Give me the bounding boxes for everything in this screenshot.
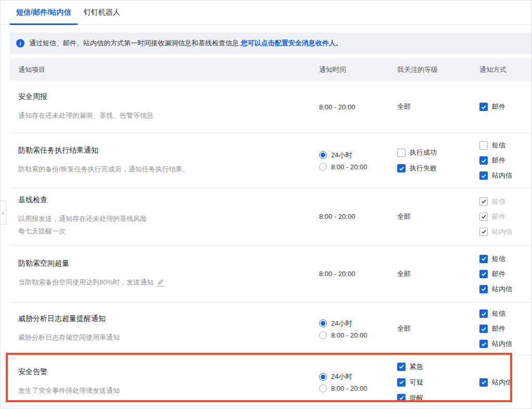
row-method-cell: 站内信	[471, 355, 531, 409]
row-item-cell: 防勒索任务执行结果通知防勒索的备份/恢复任务执行完成后，通知任务执行结果。	[10, 133, 311, 188]
tab-sms-email-message[interactable]: 短信/邮件/站内信	[10, 1, 78, 25]
info-icon: i	[16, 39, 24, 47]
checkbox-option: 邮件	[479, 102, 531, 111]
method-checkbox-group: 短信邮件站内信	[479, 194, 531, 239]
checkbox-label: 站内信	[492, 171, 512, 180]
checkbox-option: 邮件	[479, 156, 531, 165]
radio-option: 8:00 - 20:00	[319, 385, 389, 392]
checkbox[interactable]	[397, 148, 406, 157]
radio-button[interactable]	[319, 331, 327, 339]
checkbox[interactable]	[397, 164, 406, 172]
radio-dot	[321, 153, 325, 157]
checkbox[interactable]	[479, 340, 488, 348]
row-time-cell: 24小时8:00 - 20:00	[311, 303, 389, 355]
row-description-text: 当防勒索备份空间使用达到80%时，发送通知	[18, 276, 154, 289]
checkbox-label: 短信	[492, 309, 505, 318]
row-item-cell: 安全周报通知存在还未处理的漏洞、基线、告警等信息	[10, 81, 311, 133]
checkbox[interactable]	[479, 171, 488, 180]
checkbox[interactable]	[479, 255, 488, 263]
radio-label: 8:00 - 20:00	[331, 385, 367, 392]
configure-recipients-link[interactable]: 您可以点击配置安全消息收件人。	[241, 39, 343, 48]
row-description: 每七天提醒一次	[18, 225, 311, 238]
radio-option: 24小时	[319, 151, 389, 160]
row-title: 防勒索空间超量	[18, 259, 311, 268]
tab-bar: 短信/邮件/站内信 钉钉机器人	[1, 1, 531, 25]
level-text: 全部	[397, 102, 471, 111]
radio-button[interactable]	[319, 151, 327, 159]
checkbox-option: 可疑	[397, 378, 471, 387]
radio-dot	[321, 321, 325, 326]
checkbox[interactable]	[397, 363, 406, 371]
checkbox-option: 站内信	[479, 227, 531, 237]
radio-button[interactable]	[319, 163, 327, 171]
row-method-cell: 短信邮件站内信	[471, 188, 531, 245]
row-time-cell: 8:00 - 20:00	[311, 81, 389, 133]
chevron-left-icon: ‹	[2, 209, 4, 217]
checkbox-label: 短信	[492, 141, 505, 150]
row-title: 安全告警	[18, 367, 311, 377]
info-banner: i 通过短信、邮件、站内信的方式第一时间接收漏洞信息和基线检查信息.您可以点击配…	[10, 32, 531, 54]
tab-dingtalk-robot[interactable]: 钉钉机器人	[78, 1, 126, 25]
checkbox-label: 执行失败	[410, 164, 437, 173]
time-radio-group: 24小时8:00 - 20:00	[319, 317, 389, 341]
checkbox[interactable]	[479, 270, 488, 278]
row-item-cell: 安全告警发生了安全事件待处理便发送通知	[10, 355, 311, 409]
row-level-cell: 全部	[389, 303, 471, 355]
checkbox[interactable]	[479, 197, 488, 206]
radio-option: 24小时	[319, 319, 389, 328]
checkbox-label: 短信	[492, 254, 505, 264]
method-checkbox-group: 站内信	[479, 375, 531, 390]
table-row: 威胁分析日志超量提醒通知威胁分析日志存储空间使用率通知24小时8:00 - 20…	[10, 303, 531, 355]
row-description-text: 以周报发送，通知存在还未处理的基线风险	[18, 213, 147, 225]
row-method-cell: 短信邮件站内信	[471, 133, 531, 188]
checkbox[interactable]	[479, 228, 488, 236]
row-time-cell: 24小时8:00 - 20:00	[311, 355, 389, 409]
level-checkbox-group: 紧急可疑提醒	[397, 359, 471, 406]
checkbox[interactable]	[479, 378, 488, 387]
checkbox-option: 紧急	[397, 362, 471, 371]
method-checkbox-group: 短信邮件站内信	[479, 138, 531, 183]
row-description-text: 通知存在还未处理的漏洞、基线、告警等信息	[18, 109, 154, 122]
time-text: 8:00 - 20:00	[319, 213, 389, 220]
checkbox-option: 短信	[479, 197, 531, 206]
checkbox[interactable]	[397, 378, 406, 387]
row-level-cell: 全部	[389, 188, 471, 245]
checkbox-label: 站内信	[492, 378, 512, 387]
radio-label: 8:00 - 20:00	[331, 331, 367, 339]
radio-button[interactable]	[319, 319, 327, 327]
checkbox-option: 执行成功	[397, 148, 471, 157]
checkbox[interactable]	[479, 309, 488, 318]
level-text: 全部	[397, 269, 471, 279]
level-text: 全部	[397, 324, 471, 333]
checkbox-label: 邮件	[492, 269, 505, 279]
radio-label: 24小时	[331, 151, 352, 160]
row-level-cell: 全部	[389, 245, 471, 302]
checkbox-label: 站内信	[492, 284, 512, 294]
radio-button[interactable]	[319, 385, 327, 392]
checkbox[interactable]	[479, 213, 488, 221]
checkbox[interactable]	[397, 394, 406, 402]
table-row: 基线检查以周报发送，通知存在还未处理的基线风险每七天提醒一次8:00 - 20:…	[10, 188, 531, 245]
panel-collapse-handle[interactable]: ‹	[1, 201, 6, 225]
time-radio-group: 24小时8:00 - 20:00	[319, 149, 389, 172]
checkbox[interactable]	[479, 285, 488, 293]
checkbox[interactable]	[479, 325, 488, 333]
checkbox-label: 站内信	[492, 339, 512, 349]
row-description: 以周报发送，通知存在还未处理的基线风险	[18, 213, 311, 225]
edit-icon[interactable]	[157, 279, 164, 287]
radio-label: 24小时	[331, 372, 352, 381]
radio-button[interactable]	[319, 373, 327, 381]
checkbox-label: 邮件	[492, 156, 505, 165]
checkbox-label: 邮件	[492, 102, 505, 111]
row-description-text: 发生了安全事件待处理便发送通知	[18, 385, 120, 397]
radio-label: 8:00 - 20:00	[331, 163, 367, 171]
checkbox[interactable]	[479, 103, 488, 111]
checkbox-option: 短信	[479, 254, 531, 264]
checkbox[interactable]	[479, 156, 488, 165]
checkbox-option: 执行失败	[397, 164, 471, 173]
row-description-text: 防勒索的备份/恢复任务执行完成后，通知任务执行结果。	[18, 163, 189, 176]
time-text: 8:00 - 20:00	[319, 103, 389, 111]
checkbox[interactable]	[479, 141, 488, 150]
column-header-item: 通知项目	[10, 65, 311, 75]
checkbox-label: 紧急	[410, 362, 423, 371]
